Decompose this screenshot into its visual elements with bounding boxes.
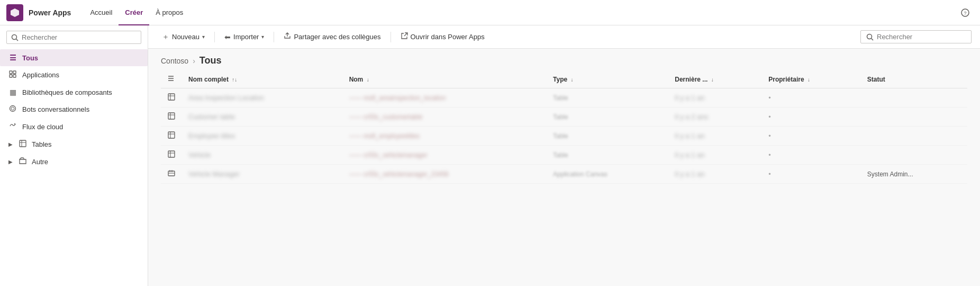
- flux-icon: [8, 122, 17, 131]
- sidebar-item-applications[interactable]: Applications: [0, 66, 148, 84]
- nav-creer[interactable]: Créer: [119, 0, 149, 25]
- svg-line-15: [872, 38, 874, 40]
- row-type: Table: [547, 108, 668, 127]
- toolbar-search-box[interactable]: [860, 30, 972, 43]
- sort-proprietaire-icon: ↓: [807, 77, 810, 83]
- content-area: ＋ Nouveau ▾ ⬅ Importer ▾ Partager avec d…: [148, 25, 980, 286]
- sidebar-item-flux[interactable]: Flux de cloud: [0, 118, 148, 136]
- app-logo: [6, 4, 23, 21]
- col-header-proprietaire[interactable]: Propriétaire ↓: [762, 70, 861, 88]
- row-nom: —— msft_areainspection_location: [343, 88, 547, 108]
- row-statut: [861, 88, 967, 108]
- row-proprietaire: •: [762, 88, 861, 108]
- toolbar-divider-1: [214, 32, 215, 42]
- table-container: Nom complet ↑↓ Nom ↓ Type ↓ Dernière .: [148, 70, 980, 286]
- importer-icon: ⬅: [224, 33, 231, 41]
- row-derniere: Il y a 1 an: [668, 165, 762, 184]
- svg-rect-8: [13, 75, 16, 77]
- sort-nom-icon: ↓: [367, 77, 369, 83]
- sidebar-item-autre[interactable]: ▶ Autre: [0, 153, 148, 171]
- row-statut: [861, 146, 967, 165]
- sidebar-item-tous-label: Tous: [22, 54, 38, 62]
- row-nom-complet: Customer table: [182, 108, 343, 127]
- applications-icon: [8, 70, 17, 79]
- plus-icon: ＋: [162, 32, 169, 42]
- toolbar-search-icon: [866, 33, 874, 41]
- sidebar-item-tables-label: Tables: [32, 140, 52, 148]
- tables-chevron-icon: ▶: [8, 141, 13, 147]
- col-header-statut[interactable]: Statut: [861, 70, 967, 88]
- help-icon[interactable]: ?: [957, 4, 974, 21]
- sidebar-item-tous[interactable]: ☰ Tous: [0, 49, 148, 66]
- row-derniere: Il y a 2 ans: [668, 108, 762, 127]
- bots-icon: [8, 105, 17, 114]
- row-type: Table: [547, 146, 668, 165]
- tables-icon: [19, 140, 26, 149]
- row-type: Table: [547, 88, 668, 108]
- autre-icon: [19, 157, 26, 166]
- row-nom: —— cr55c_customertable: [343, 108, 547, 127]
- toolbar-search-input[interactable]: [877, 33, 966, 41]
- sidebar: ☰ Tous Applications ▦ Bibliothèques de c…: [0, 25, 148, 286]
- sidebar-search-icon: [11, 34, 19, 41]
- sidebar-search-input[interactable]: [22, 33, 137, 41]
- row-proprietaire: •: [762, 165, 861, 184]
- partager-icon: [284, 32, 291, 41]
- col-header-nom-complet[interactable]: Nom complet ↑↓: [182, 70, 343, 88]
- table-row[interactable]: Employee titles —— msft_employeetitles T…: [161, 127, 967, 146]
- ouvrir-button[interactable]: Ouvrir dans Power Apps: [395, 30, 490, 44]
- row-type: Table: [547, 127, 668, 146]
- row-proprietaire: •: [762, 108, 861, 127]
- sidebar-item-bibliotheques[interactable]: ▦ Bibliothèques de composants: [0, 84, 148, 101]
- col-header-derniere[interactable]: Dernière ... ↓: [668, 70, 762, 88]
- svg-rect-5: [10, 71, 12, 74]
- row-nom-complet: Vehicle: [182, 146, 343, 165]
- nav-apropos[interactable]: À propos: [149, 0, 189, 25]
- table-row[interactable]: Vehicle Manager —— cr55c_vehiclemanager_…: [161, 165, 967, 184]
- row-nom: —— cr55c_vehiclemanager: [343, 146, 547, 165]
- col-header-nom[interactable]: Nom ↓: [343, 70, 547, 88]
- svg-rect-22: [168, 113, 175, 119]
- nouveau-button[interactable]: ＋ Nouveau ▾: [157, 30, 210, 44]
- table-row[interactable]: Customer table —— cr55c_customertable Ta…: [161, 108, 967, 127]
- sidebar-item-bots-label: Bots conversationnels: [22, 105, 89, 113]
- importer-chevron-icon: ▾: [261, 34, 264, 40]
- breadcrumb-current: Tous: [199, 55, 222, 66]
- row-nom: —— msft_employeetitles: [343, 127, 547, 146]
- row-nom-complet: Area Inspection Location: [182, 88, 343, 108]
- table-body: Area Inspection Location —— msft_areains…: [161, 88, 967, 184]
- row-type-icon: [161, 88, 182, 108]
- table-header-row: Nom complet ↑↓ Nom ↓ Type ↓ Dernière .: [161, 70, 967, 88]
- sidebar-item-tables[interactable]: ▶ Tables: [0, 136, 148, 153]
- svg-point-3: [12, 34, 17, 39]
- sort-type-icon: ↓: [570, 77, 573, 83]
- table-row[interactable]: Vehicle —— cr55c_vehiclemanager Table Il…: [161, 146, 967, 165]
- breadcrumb-separator: ›: [193, 57, 195, 65]
- row-proprietaire: •: [762, 127, 861, 146]
- breadcrumb-parent[interactable]: Contoso: [161, 57, 188, 65]
- partager-button[interactable]: Partager avec des collègues: [278, 30, 386, 44]
- row-type-icon: [161, 165, 182, 184]
- row-statut: [861, 127, 967, 146]
- sidebar-item-bots[interactable]: Bots conversationnels: [0, 101, 148, 118]
- svg-marker-0: [11, 8, 19, 17]
- row-proprietaire: •: [762, 146, 861, 165]
- col-header-type[interactable]: Type ↓: [547, 70, 668, 88]
- sidebar-item-autre-label: Autre: [32, 158, 48, 166]
- row-derniere: Il y a 1 an: [668, 127, 762, 146]
- svg-line-4: [16, 39, 19, 41]
- importer-button[interactable]: ⬅ Importer ▾: [219, 30, 269, 44]
- svg-rect-11: [20, 140, 26, 147]
- table-row[interactable]: Area Inspection Location —— msft_areains…: [161, 88, 967, 108]
- sidebar-search-wrapper: [0, 25, 148, 49]
- top-nav: Power Apps Accueil Créer À propos ?: [0, 0, 980, 25]
- row-nom-complet: Employee titles: [182, 127, 343, 146]
- sort-nom-complet-icon: ↑↓: [232, 77, 237, 83]
- sidebar-search-box[interactable]: [6, 31, 141, 44]
- nav-accueil[interactable]: Accueil: [84, 0, 119, 25]
- svg-rect-7: [10, 75, 12, 77]
- svg-rect-25: [168, 132, 175, 138]
- svg-point-10: [11, 107, 14, 110]
- sidebar-item-flux-label: Flux de cloud: [22, 123, 63, 131]
- row-type-icon: [161, 146, 182, 165]
